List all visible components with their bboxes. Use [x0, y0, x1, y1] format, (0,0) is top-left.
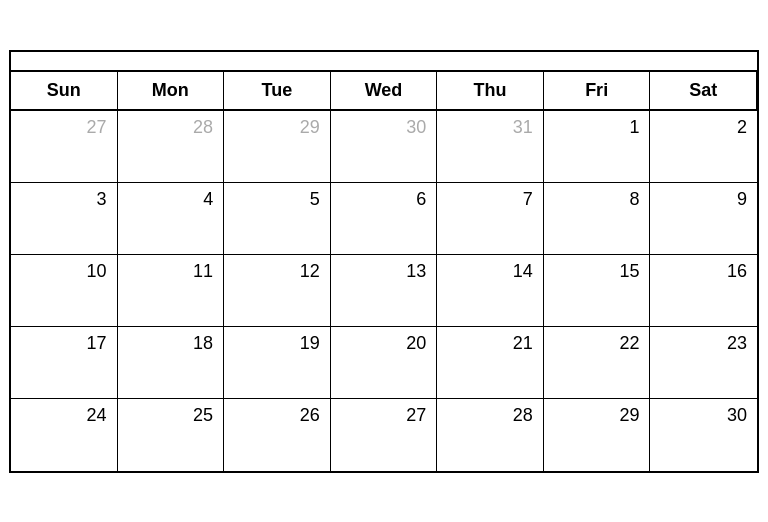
day-number: 17 [17, 331, 111, 354]
day-header-sun: Sun [11, 72, 118, 111]
day-cell[interactable]: 20 [331, 327, 438, 399]
day-number: 1 [550, 115, 644, 138]
day-number: 29 [230, 115, 324, 138]
day-cell[interactable]: 17 [11, 327, 118, 399]
day-header-tue: Tue [224, 72, 331, 111]
calendar: SunMonTueWedThuFriSat2728293031123456789… [9, 50, 759, 473]
day-cell[interactable]: 6 [331, 183, 438, 255]
day-cell[interactable]: 8 [544, 183, 651, 255]
day-number: 15 [550, 259, 644, 282]
day-number: 3 [17, 187, 111, 210]
day-number: 13 [337, 259, 431, 282]
day-cell[interactable]: 25 [118, 399, 225, 471]
day-number: 28 [124, 115, 218, 138]
day-number: 14 [443, 259, 537, 282]
day-number: 19 [230, 331, 324, 354]
day-number: 4 [124, 187, 218, 210]
day-cell[interactable]: 28 [437, 399, 544, 471]
day-cell[interactable]: 14 [437, 255, 544, 327]
day-cell[interactable]: 22 [544, 327, 651, 399]
day-number: 21 [443, 331, 537, 354]
day-cell[interactable]: 2 [650, 111, 757, 183]
day-cell[interactable]: 30 [650, 399, 757, 471]
day-number: 27 [17, 115, 111, 138]
day-number: 8 [550, 187, 644, 210]
day-cell[interactable]: 31 [437, 111, 544, 183]
day-number: 23 [656, 331, 751, 354]
day-cell[interactable]: 29 [224, 111, 331, 183]
calendar-title [11, 52, 757, 72]
day-header-mon: Mon [118, 72, 225, 111]
day-cell[interactable]: 12 [224, 255, 331, 327]
day-number: 30 [656, 403, 751, 426]
day-cell[interactable]: 19 [224, 327, 331, 399]
day-number: 6 [337, 187, 431, 210]
day-cell[interactable]: 9 [650, 183, 757, 255]
day-cell[interactable]: 16 [650, 255, 757, 327]
day-header-wed: Wed [331, 72, 438, 111]
day-header-fri: Fri [544, 72, 651, 111]
day-number: 11 [124, 259, 218, 282]
day-cell[interactable]: 18 [118, 327, 225, 399]
day-number: 10 [17, 259, 111, 282]
day-number: 31 [443, 115, 537, 138]
day-cell[interactable]: 29 [544, 399, 651, 471]
day-number: 30 [337, 115, 431, 138]
day-cell[interactable]: 7 [437, 183, 544, 255]
day-number: 18 [124, 331, 218, 354]
day-number: 12 [230, 259, 324, 282]
day-cell[interactable]: 26 [224, 399, 331, 471]
day-cell[interactable]: 10 [11, 255, 118, 327]
day-cell[interactable]: 23 [650, 327, 757, 399]
day-number: 9 [656, 187, 751, 210]
day-cell[interactable]: 11 [118, 255, 225, 327]
day-cell[interactable]: 1 [544, 111, 651, 183]
day-number: 20 [337, 331, 431, 354]
day-cell[interactable]: 27 [331, 399, 438, 471]
day-number: 25 [124, 403, 218, 426]
day-cell[interactable]: 13 [331, 255, 438, 327]
day-cell[interactable]: 27 [11, 111, 118, 183]
day-number: 28 [443, 403, 537, 426]
day-cell[interactable]: 21 [437, 327, 544, 399]
day-cell[interactable]: 5 [224, 183, 331, 255]
day-header-thu: Thu [437, 72, 544, 111]
day-cell[interactable]: 30 [331, 111, 438, 183]
day-number: 29 [550, 403, 644, 426]
day-number: 24 [17, 403, 111, 426]
day-number: 16 [656, 259, 751, 282]
day-number: 26 [230, 403, 324, 426]
day-cell[interactable]: 3 [11, 183, 118, 255]
day-number: 22 [550, 331, 644, 354]
day-number: 5 [230, 187, 324, 210]
day-cell[interactable]: 4 [118, 183, 225, 255]
day-cell[interactable]: 24 [11, 399, 118, 471]
day-number: 27 [337, 403, 431, 426]
day-number: 7 [443, 187, 537, 210]
calendar-grid: SunMonTueWedThuFriSat2728293031123456789… [11, 72, 757, 471]
day-header-sat: Sat [650, 72, 757, 111]
day-cell[interactable]: 28 [118, 111, 225, 183]
day-number: 2 [656, 115, 751, 138]
day-cell[interactable]: 15 [544, 255, 651, 327]
